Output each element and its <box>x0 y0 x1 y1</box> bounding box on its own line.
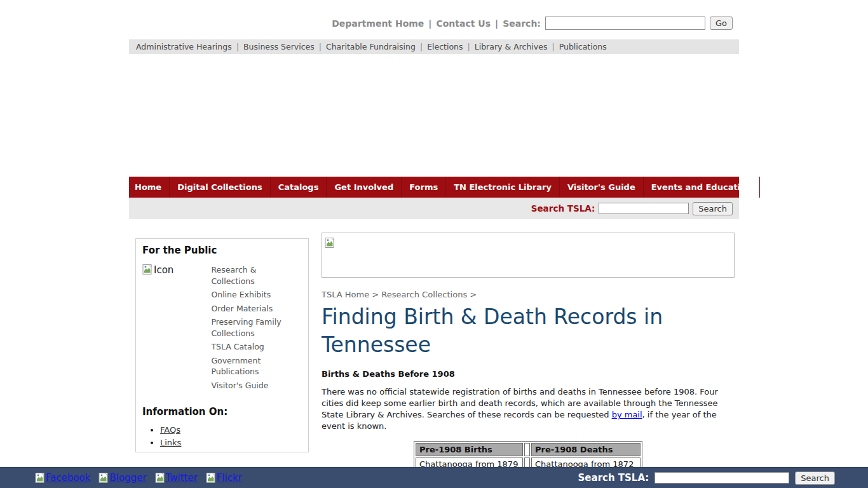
sidebar: For the Public Icon Research & Collectio… <box>135 238 309 452</box>
nav-get-involved[interactable]: Get Involved <box>327 177 402 198</box>
sidebar-public-links: Research & Collections Online Exhibits O… <box>211 264 302 393</box>
main-content: TSLA Home > Research Collections > Findi… <box>322 233 735 487</box>
department-home-link[interactable]: Department Home <box>332 18 424 29</box>
twitter-link[interactable]: Twitter <box>155 472 198 484</box>
nav-home[interactable]: Home <box>129 177 170 198</box>
breadcrumb-separator: > <box>470 290 477 299</box>
deaths-header-cell: Pre-1908 Deaths <box>531 443 641 456</box>
nav-forms[interactable]: Forms <box>402 177 446 198</box>
tsla-search-label: Search TSLA: <box>531 203 595 214</box>
nav-events-and-education[interactable]: Events and Education <box>644 177 761 198</box>
flickr-link-label: Flickr <box>217 472 242 484</box>
sidebar-info-title: Information On: <box>142 406 302 417</box>
breadcrumb: TSLA Home > Research Collections > <box>322 290 735 299</box>
sidebar-link-order-forms[interactable]: Order Forms <box>160 451 212 452</box>
footer: Facebook Blogger Twitter Flickr Search T… <box>0 467 868 488</box>
twitter-link-label: Twitter <box>166 472 198 484</box>
sidebar-item-government-publications[interactable]: Government Publications <box>211 355 302 377</box>
nav-digital-collections[interactable]: Digital Collections <box>170 177 270 198</box>
separator: | <box>495 18 498 29</box>
tsla-search-input[interactable] <box>599 203 689 214</box>
list-item: Order Forms <box>160 451 302 452</box>
go-button[interactable]: Go <box>710 17 733 30</box>
department-nav: Administrative Hearings | Business Servi… <box>129 39 739 54</box>
separator: | <box>420 42 423 51</box>
nav-visitors-guide[interactable]: Visitor's Guide <box>560 177 644 198</box>
separator: | <box>319 42 322 51</box>
dept-nav-business-services[interactable]: Business Services <box>243 42 315 51</box>
sidebar-info-list: FAQs Links Order Forms Resource Guides S… <box>160 425 302 452</box>
tsla-search-button[interactable]: Search <box>693 202 733 215</box>
contact-us-link[interactable]: Contact Us <box>436 18 491 29</box>
social-links: Facebook Blogger Twitter Flickr <box>35 472 242 484</box>
footer-search-input[interactable] <box>654 472 789 484</box>
sidebar-item-online-exhibits[interactable]: Online Exhibits <box>211 289 302 301</box>
footer-search-button[interactable]: Search <box>795 471 835 485</box>
facebook-link-label: Facebook <box>46 472 90 484</box>
sidebar-icon-alt-text: Icon <box>154 264 173 276</box>
facebook-link[interactable]: Facebook <box>35 472 90 484</box>
by-mail-link[interactable]: by mail <box>612 410 642 419</box>
separator: | <box>552 42 554 51</box>
breadcrumb-separator: > <box>372 290 379 299</box>
banner-broken-image <box>322 233 735 278</box>
dept-nav-charitable-fundraising[interactable]: Charitable Fundraising <box>326 42 416 51</box>
nav-catalogs[interactable]: Catalogs <box>271 177 327 198</box>
dept-nav-elections[interactable]: Elections <box>427 42 463 51</box>
broken-image-icon <box>325 238 335 248</box>
dept-nav-publications[interactable]: Publications <box>559 42 607 51</box>
table-header-row: Pre-1908 Births Pre-1908 Deaths <box>416 443 641 456</box>
utility-header: Department Home | Contact Us | Search: G… <box>129 17 733 30</box>
department-search-input[interactable] <box>545 17 705 30</box>
search-label: Search: <box>503 18 541 29</box>
footer-search-label: Search TSLA: <box>578 472 649 484</box>
separator: | <box>428 18 431 29</box>
nav-tn-electronic-library[interactable]: TN Electronic Library <box>446 177 560 198</box>
breadcrumb-research-collections[interactable]: Research Collections <box>381 290 467 299</box>
blogger-link[interactable]: Blogger <box>98 472 146 484</box>
spacer-cell <box>524 443 530 456</box>
broken-image-icon <box>35 473 45 483</box>
dept-nav-administrative-hearings[interactable]: Administrative Hearings <box>136 42 232 51</box>
footer-search: Search TSLA: Search <box>578 471 835 485</box>
intro-paragraph: There was no official statewide registra… <box>322 386 735 432</box>
breadcrumb-tsla-home[interactable]: TSLA Home <box>322 290 369 299</box>
tsla-search-bar: Search TSLA: Search <box>129 198 739 219</box>
page-title: Finding Birth & Death Records in Tenness… <box>322 303 735 359</box>
dept-nav-library-archives[interactable]: Library & Archives <box>475 42 548 51</box>
sidebar-link-faqs[interactable]: FAQs <box>160 425 180 435</box>
list-item: FAQs <box>160 425 302 435</box>
separator: | <box>236 42 239 51</box>
broken-image-icon <box>142 264 153 274</box>
sidebar-item-tsla-catalog[interactable]: TSLA Catalog <box>211 341 302 353</box>
main-nav: Home Digital Collections Catalogs Get In… <box>129 177 739 198</box>
sidebar-broken-image: Icon <box>142 264 211 393</box>
broken-image-icon <box>155 473 165 483</box>
separator: | <box>468 42 470 51</box>
sidebar-item-order-materials[interactable]: Order Materials <box>211 303 302 315</box>
broken-image-icon <box>206 473 216 483</box>
blogger-link-label: Blogger <box>109 472 146 484</box>
sidebar-item-preserving-family-collections[interactable]: Preserving Family Collections <box>211 316 302 339</box>
sidebar-public-title: For the Public <box>142 245 302 256</box>
section-heading: Births & Deaths Before 1908 <box>322 369 735 379</box>
flickr-link[interactable]: Flickr <box>206 472 242 484</box>
broken-image-icon <box>98 473 109 483</box>
births-header-cell: Pre-1908 Births <box>416 443 523 456</box>
sidebar-item-visitors-guide[interactable]: Visitor's Guide <box>211 380 302 391</box>
sidebar-link-links[interactable]: Links <box>160 438 181 447</box>
sidebar-item-research-collections[interactable]: Research & Collections <box>211 264 302 287</box>
list-item: Links <box>160 438 302 447</box>
